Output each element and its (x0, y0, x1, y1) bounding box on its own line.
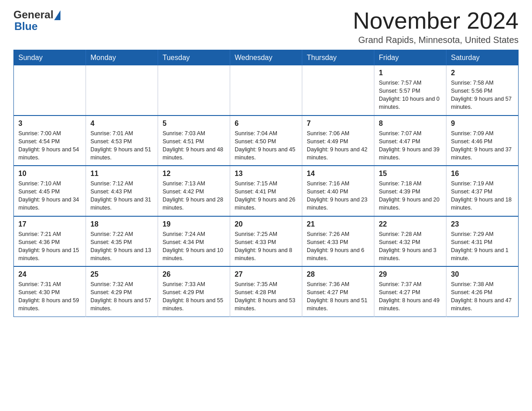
day-info: Sunrise: 7:07 AMSunset: 4:47 PMDaylight:… (379, 129, 442, 162)
day-info: Sunrise: 7:04 AMSunset: 4:50 PMDaylight:… (235, 129, 297, 162)
day-number: 1 (379, 69, 442, 77)
calendar-cell: 26Sunrise: 7:33 AMSunset: 4:29 PMDayligh… (158, 266, 230, 317)
day-number: 11 (90, 170, 153, 178)
day-number: 18 (90, 220, 153, 228)
calendar-cell (158, 65, 230, 116)
day-number: 30 (451, 270, 514, 278)
weekday-header-row: SundayMondayTuesdayWednesdayThursdayFrid… (14, 50, 519, 66)
calendar-cell: 6Sunrise: 7:04 AMSunset: 4:50 PMDaylight… (230, 116, 302, 166)
day-info: Sunrise: 7:15 AMSunset: 4:41 PMDaylight:… (235, 180, 297, 212)
day-number: 9 (451, 120, 514, 128)
day-info: Sunrise: 7:18 AMSunset: 4:39 PMDaylight:… (379, 180, 442, 212)
calendar-cell: 9Sunrise: 7:09 AMSunset: 4:46 PMDaylight… (446, 116, 519, 166)
day-info: Sunrise: 7:29 AMSunset: 4:31 PMDaylight:… (451, 230, 514, 263)
calendar-cell: 7Sunrise: 7:06 AMSunset: 4:49 PMDaylight… (302, 116, 374, 166)
calendar-cell: 2Sunrise: 7:58 AMSunset: 5:56 PMDaylight… (446, 65, 519, 116)
day-info: Sunrise: 7:35 AMSunset: 4:28 PMDaylight:… (235, 280, 297, 313)
calendar-cell: 20Sunrise: 7:25 AMSunset: 4:33 PMDayligh… (230, 216, 302, 267)
day-info: Sunrise: 7:03 AMSunset: 4:51 PMDaylight:… (163, 129, 225, 162)
calendar-cell: 27Sunrise: 7:35 AMSunset: 4:28 PMDayligh… (230, 266, 302, 317)
calendar-cell: 11Sunrise: 7:12 AMSunset: 4:43 PMDayligh… (86, 166, 158, 216)
day-number: 8 (379, 120, 442, 128)
calendar-cell (86, 65, 158, 116)
calendar-cell (302, 65, 374, 116)
week-row-3: 10Sunrise: 7:10 AMSunset: 4:45 PMDayligh… (14, 166, 519, 216)
week-row-4: 17Sunrise: 7:21 AMSunset: 4:36 PMDayligh… (14, 216, 519, 267)
week-row-1: 1Sunrise: 7:57 AMSunset: 5:57 PMDaylight… (14, 65, 519, 116)
day-info: Sunrise: 7:38 AMSunset: 4:26 PMDaylight:… (451, 280, 514, 313)
calendar-cell: 22Sunrise: 7:28 AMSunset: 4:32 PMDayligh… (374, 216, 446, 267)
day-number: 4 (90, 120, 153, 128)
day-number: 7 (307, 120, 369, 128)
day-number: 28 (307, 270, 369, 278)
weekday-header-sunday: Sunday (14, 50, 86, 66)
calendar-cell: 1Sunrise: 7:57 AMSunset: 5:57 PMDaylight… (374, 65, 446, 116)
day-number: 2 (451, 69, 514, 77)
day-info: Sunrise: 7:33 AMSunset: 4:29 PMDaylight:… (163, 280, 225, 313)
week-row-2: 3Sunrise: 7:00 AMSunset: 4:54 PMDaylight… (14, 116, 519, 166)
calendar-cell: 21Sunrise: 7:26 AMSunset: 4:33 PMDayligh… (302, 216, 374, 267)
weekday-header-friday: Friday (374, 50, 446, 66)
day-number: 3 (18, 120, 81, 128)
calendar-cell: 28Sunrise: 7:36 AMSunset: 4:27 PMDayligh… (302, 266, 374, 317)
page-header: General Blue November 2024 Grand Rapids,… (13, 9, 519, 45)
day-number: 25 (90, 270, 153, 278)
day-number: 19 (163, 220, 225, 228)
calendar-cell: 4Sunrise: 7:01 AMSunset: 4:53 PMDaylight… (86, 116, 158, 166)
day-info: Sunrise: 7:06 AMSunset: 4:49 PMDaylight:… (307, 129, 369, 162)
day-number: 20 (235, 220, 297, 228)
day-number: 13 (235, 170, 297, 178)
week-row-5: 24Sunrise: 7:31 AMSunset: 4:30 PMDayligh… (14, 266, 519, 317)
day-number: 14 (307, 170, 369, 178)
weekday-header-wednesday: Wednesday (230, 50, 302, 66)
day-info: Sunrise: 7:12 AMSunset: 4:43 PMDaylight:… (90, 180, 153, 212)
logo-triangle-icon (54, 10, 60, 20)
calendar-cell: 17Sunrise: 7:21 AMSunset: 4:36 PMDayligh… (14, 216, 86, 267)
calendar-cell: 13Sunrise: 7:15 AMSunset: 4:41 PMDayligh… (230, 166, 302, 216)
day-info: Sunrise: 7:31 AMSunset: 4:30 PMDaylight:… (18, 280, 81, 313)
calendar-cell: 8Sunrise: 7:07 AMSunset: 4:47 PMDaylight… (374, 116, 446, 166)
calendar-cell: 23Sunrise: 7:29 AMSunset: 4:31 PMDayligh… (446, 216, 519, 267)
day-number: 16 (451, 170, 514, 178)
day-info: Sunrise: 7:19 AMSunset: 4:37 PMDaylight:… (451, 180, 514, 212)
calendar-cell: 25Sunrise: 7:32 AMSunset: 4:29 PMDayligh… (86, 266, 158, 317)
day-info: Sunrise: 7:28 AMSunset: 4:32 PMDaylight:… (379, 230, 442, 263)
day-info: Sunrise: 7:32 AMSunset: 4:29 PMDaylight:… (90, 280, 153, 313)
day-number: 23 (451, 220, 514, 228)
title-block: November 2024 Grand Rapids, Minnesota, U… (353, 9, 519, 45)
day-number: 29 (379, 270, 442, 278)
day-number: 21 (307, 220, 369, 228)
calendar-cell: 16Sunrise: 7:19 AMSunset: 4:37 PMDayligh… (446, 166, 519, 216)
weekday-header-monday: Monday (86, 50, 158, 66)
calendar-cell: 10Sunrise: 7:10 AMSunset: 4:45 PMDayligh… (14, 166, 86, 216)
logo: General Blue (13, 9, 60, 33)
day-info: Sunrise: 7:57 AMSunset: 5:57 PMDaylight:… (379, 79, 442, 111)
calendar-cell: 24Sunrise: 7:31 AMSunset: 4:30 PMDayligh… (14, 266, 86, 317)
calendar-cell: 15Sunrise: 7:18 AMSunset: 4:39 PMDayligh… (374, 166, 446, 216)
calendar-cell: 14Sunrise: 7:16 AMSunset: 4:40 PMDayligh… (302, 166, 374, 216)
day-number: 26 (163, 270, 225, 278)
location-text: Grand Rapids, Minnesota, United States (353, 35, 519, 45)
calendar-cell: 5Sunrise: 7:03 AMSunset: 4:51 PMDaylight… (158, 116, 230, 166)
month-title: November 2024 (353, 9, 519, 32)
day-info: Sunrise: 7:58 AMSunset: 5:56 PMDaylight:… (451, 79, 514, 111)
calendar-cell (14, 65, 86, 116)
day-info: Sunrise: 7:16 AMSunset: 4:40 PMDaylight:… (307, 180, 369, 212)
day-number: 10 (18, 170, 81, 178)
day-info: Sunrise: 7:01 AMSunset: 4:53 PMDaylight:… (90, 129, 153, 162)
day-number: 27 (235, 270, 297, 278)
day-number: 6 (235, 120, 297, 128)
day-info: Sunrise: 7:22 AMSunset: 4:35 PMDaylight:… (90, 230, 153, 263)
calendar-cell (230, 65, 302, 116)
day-number: 17 (18, 220, 81, 228)
calendar-cell: 30Sunrise: 7:38 AMSunset: 4:26 PMDayligh… (446, 266, 519, 317)
day-info: Sunrise: 7:21 AMSunset: 4:36 PMDaylight:… (18, 230, 81, 263)
day-info: Sunrise: 7:24 AMSunset: 4:34 PMDaylight:… (163, 230, 225, 263)
weekday-header-saturday: Saturday (446, 50, 519, 66)
weekday-header-tuesday: Tuesday (158, 50, 230, 66)
day-info: Sunrise: 7:26 AMSunset: 4:33 PMDaylight:… (307, 230, 369, 263)
day-info: Sunrise: 7:13 AMSunset: 4:42 PMDaylight:… (163, 180, 225, 212)
calendar-cell: 3Sunrise: 7:00 AMSunset: 4:54 PMDaylight… (14, 116, 86, 166)
weekday-header-thursday: Thursday (302, 50, 374, 66)
logo-general-text: General (13, 9, 53, 21)
